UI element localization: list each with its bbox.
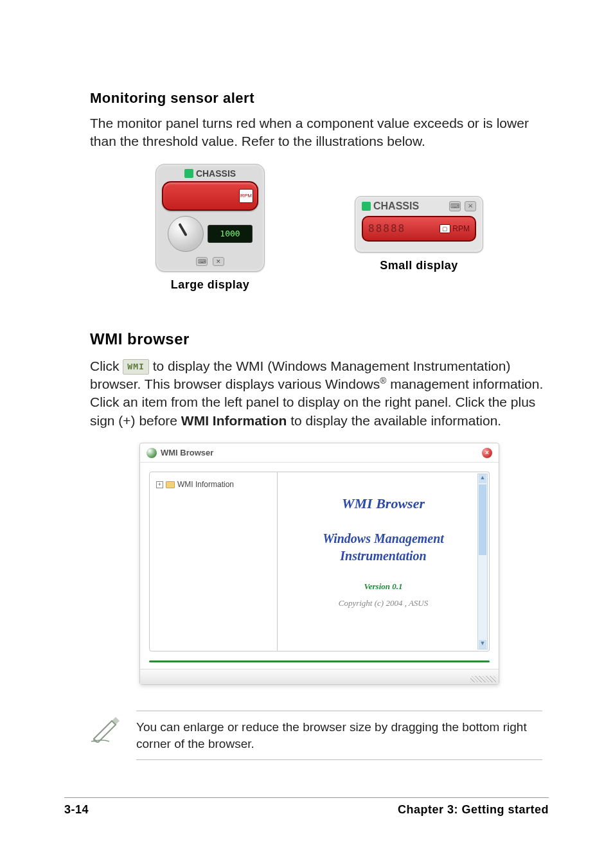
wmi-copyright-text: Copyright (c) 2004 , ASUS: [339, 598, 429, 608]
note-row: You can enlarge or reduce the browser si…: [90, 711, 549, 760]
chassis-text: CHASSIS: [373, 200, 419, 212]
small-sensor-card: CHASSIS ⌨ ✕ 88888 ▢ RPM: [355, 196, 483, 252]
scroll-down-icon[interactable]: ▼: [479, 640, 486, 649]
wmi-browser-window: WMI Browser × + WMI Information WMI Brow…: [139, 443, 499, 685]
wmi-title-text: WMI Browser: [161, 448, 213, 457]
rpm-group: ▢ RPM: [440, 224, 470, 233]
caption-large: Large display: [171, 278, 250, 292]
large-display-column: CHASSIS RPM 1000 ⌨ ✕ Large display: [155, 164, 265, 292]
small-header-icons: ⌨ ✕: [449, 201, 476, 211]
small-chassis-label: CHASSIS: [362, 200, 419, 212]
close-icon[interactable]: ×: [482, 448, 492, 458]
keyboard-icon: ⌨: [196, 257, 208, 266]
chassis-text: CHASSIS: [196, 168, 236, 179]
dial-row: 1000: [168, 216, 253, 252]
wmi-inline-button-icon: WMI: [123, 359, 148, 375]
paragraph-monitoring: The monitor panel turns red when a compo…: [90, 114, 549, 151]
wmi-sub-line1: Windows Management: [323, 531, 444, 545]
dial-gauge-icon: [168, 216, 204, 252]
scrollbar[interactable]: ▲ ▼: [477, 474, 488, 650]
rpm-unit-icon: RPM: [239, 189, 253, 203]
page-footer: 3-14 Chapter 3: Getting started: [64, 797, 549, 817]
caption-small: Small display: [380, 259, 458, 272]
wmi-text-a: Click: [90, 359, 123, 373]
rpm-unit-icon: ▢: [440, 224, 450, 233]
small-display-column: CHASSIS ⌨ ✕ 88888 ▢ RPM Small display: [355, 196, 483, 272]
wmi-resize-grip[interactable]: [140, 669, 499, 684]
app-orb-icon: [147, 448, 157, 458]
pushpin-icon: [184, 169, 193, 178]
large-chassis-label: CHASSIS: [184, 168, 236, 179]
small-red-panel: 88888 ▢ RPM: [362, 216, 476, 242]
tree-row-wmi-info[interactable]: + WMI Information: [156, 480, 271, 489]
keyboard-icon: ⌨: [449, 201, 461, 211]
large-sensor-card: CHASSIS RPM 1000 ⌨ ✕: [155, 164, 265, 272]
digits-readout: 88888: [368, 222, 405, 235]
close-icon: ✕: [213, 257, 224, 266]
wmi-sub-line2: Instrumentation: [340, 549, 427, 563]
scroll-thumb[interactable]: [479, 484, 486, 555]
wmi-accent-line: [149, 660, 490, 662]
registered-mark: ®: [380, 376, 386, 385]
heading-monitoring: Monitoring sensor alert: [90, 90, 549, 107]
tree-item-label: WMI Information: [177, 480, 234, 489]
pencil-note-icon: [90, 713, 120, 743]
tree-expand-icon[interactable]: +: [156, 481, 163, 488]
heading-wmi: WMI browser: [90, 330, 549, 348]
scroll-up-icon[interactable]: ▲: [479, 474, 486, 483]
folder-icon: [166, 481, 175, 488]
wmi-body: + WMI Information WMI Browser Windows Ma…: [140, 463, 499, 660]
wmi-right-panel: WMI Browser Windows Management Instrumen…: [278, 472, 490, 651]
sensor-images-row: CHASSIS RPM 1000 ⌨ ✕ Large display CHASS…: [90, 164, 549, 292]
wmi-version-text: Version 0.1: [364, 581, 403, 592]
pushpin-icon: [362, 202, 371, 211]
chapter-label: Chapter 3: Getting started: [398, 803, 549, 817]
paragraph-wmi: Click WMI to display the WMI (Windows Ma…: [90, 357, 549, 430]
wmi-bold-term: WMI Information: [181, 413, 287, 428]
small-card-header: CHASSIS ⌨ ✕: [362, 200, 476, 212]
wmi-titlebar-left: WMI Browser: [147, 448, 213, 458]
close-icon: ✕: [465, 201, 476, 211]
wmi-right-subtitle: Windows Management Instrumentation: [323, 530, 444, 565]
large-card-footer: ⌨ ✕: [196, 257, 224, 266]
wmi-titlebar: WMI Browser ×: [140, 443, 499, 463]
wmi-right-title: WMI Browser: [342, 495, 425, 512]
wmi-text-d: to display the available information.: [287, 413, 501, 428]
rpm-text: RPM: [452, 224, 470, 233]
wmi-tree-panel[interactable]: + WMI Information: [149, 472, 278, 651]
large-red-panel: RPM: [162, 181, 258, 211]
note-text: You can enlarge or reduce the browser si…: [136, 711, 542, 760]
page-number: 3-14: [64, 803, 89, 817]
lcd-readout: 1000: [208, 225, 253, 243]
